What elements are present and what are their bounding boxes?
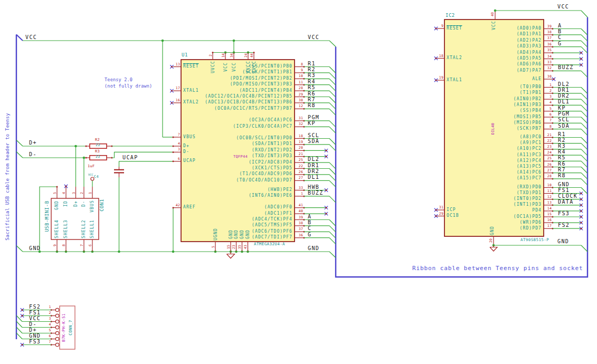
pin-end-dot — [581, 204, 582, 206]
net-label: R6 — [558, 161, 566, 167]
bus-entry-wire — [329, 103, 336, 109]
ic2-pin-number: 3 — [549, 95, 552, 99]
conn7-pin-number: 2 — [49, 311, 51, 315]
pin-end-dot — [435, 28, 437, 30]
usb-pin-number: 3 — [72, 192, 75, 194]
ucap-wire — [119, 161, 174, 167]
ic2-pin-number: 32 — [547, 66, 552, 70]
bus-entry-wire — [581, 123, 587, 129]
wire-layer — [0, 0, 597, 364]
dminus-net-label: D- — [29, 152, 37, 157]
u1-pin-number: 29 — [299, 93, 303, 97]
bus-entry-wire — [581, 167, 587, 174]
net-label: FS1 — [558, 188, 570, 193]
bus-entry-wire — [581, 41, 587, 47]
u1-pin-name: (ADC11/PCINT4)PB4 — [239, 89, 292, 93]
ic2-pin-number: 10 — [547, 184, 552, 187]
u1-pin-number: 40 — [299, 209, 303, 213]
bus-entry-wire — [329, 109, 336, 115]
bus-entry-wire — [581, 29, 587, 35]
net-label: BUZZ — [558, 65, 574, 70]
net-label: DR1 — [308, 163, 319, 168]
u1-pin-name: UCAP — [183, 159, 196, 163]
pin-end-dot — [171, 90, 173, 92]
u1-pin-number: 37 — [299, 227, 303, 231]
ic2-pin-number: 37 — [547, 36, 552, 40]
pin-end-dot — [581, 222, 582, 224]
ic2-pin-number: 39 — [547, 25, 552, 28]
dplus-net-label: D+ — [29, 140, 37, 146]
u1-pin-name: (OC3A/OC4A)PC6 — [249, 118, 292, 122]
ic2-pin-name: VCC — [492, 21, 496, 30]
r3-reference: R3 — [95, 150, 100, 154]
pin-end-dot — [171, 102, 173, 103]
net-label: KP — [558, 106, 566, 111]
bus-entry-wire — [581, 129, 587, 136]
bus-entry-wire — [329, 73, 336, 79]
ic2-pin-name: (T0)PB0 — [520, 85, 542, 89]
pin-end-dot — [326, 207, 327, 208]
bus-entry-wire — [581, 117, 587, 123]
pin-end-dot — [173, 137, 174, 138]
ic2-pin-name: ICP — [447, 208, 456, 212]
ic2-pin-number: 1 — [549, 83, 552, 87]
bus-entry-wire — [16, 327, 22, 333]
u1-pin-name: (PDO/MISO/PCINT3)PB3 — [230, 82, 292, 87]
usb-pin-number: 6 — [89, 244, 92, 246]
u1-pin-name: AREF — [183, 205, 196, 209]
ic2-reference: IC2 — [446, 13, 455, 18]
bus-entry-wire — [581, 138, 587, 144]
ic2-pin-number: 20 — [489, 238, 493, 243]
bus-entry-wire — [329, 127, 336, 133]
usb-pin-number: 1 — [89, 192, 92, 194]
u1-pin-name: (T0/OC4D/ADC10)PD7 — [236, 178, 293, 183]
net-label: R2 — [558, 138, 566, 143]
u1-pin-name: (SDA/INT1)PD1 — [252, 142, 292, 146]
net-label: R8 — [308, 103, 316, 108]
net-label: R6 — [308, 91, 316, 97]
pin-end-dot — [22, 309, 23, 311]
u1-pin-number: 26 — [299, 170, 303, 174]
note-teensy-line2: (not fully drawn) — [105, 84, 152, 89]
junction-dot — [162, 40, 164, 42]
ic2-pin-number: 22 — [547, 139, 552, 143]
ic2-pin-number: 23 — [547, 145, 552, 149]
bus-entry-wire — [329, 121, 336, 127]
ic2-pin-name: (AD3)PA3 — [517, 44, 542, 49]
net-label: D+ — [29, 328, 37, 333]
ic2-pin-name: (A11)PC3 — [517, 153, 542, 157]
u1-pin-number: 7 — [178, 133, 180, 137]
net-label: PGM — [308, 115, 319, 120]
net-label: GND — [558, 182, 570, 187]
ic2-pin-name: (RD)PD7 — [520, 226, 542, 231]
bus-entry-wire — [581, 11, 587, 17]
u1-pin-number: 19 — [299, 140, 303, 144]
bus-entry-wire — [16, 246, 23, 252]
ic2-pin-name: (AD0)PA0 — [517, 26, 542, 31]
u1-pin-number: 44 — [250, 53, 253, 58]
net-label: DR2 — [558, 93, 570, 99]
net-label: R4 — [558, 149, 566, 155]
pin-end-dot — [326, 150, 327, 151]
bus-entry-wire — [581, 245, 587, 252]
ic2-pin-name: (MISO)PB6 — [514, 121, 542, 125]
usb-pin-number: 5 — [53, 192, 57, 194]
bus-entry-wire — [581, 155, 587, 161]
bus-entry-wire — [329, 85, 336, 91]
ic2-pin-name: (A9)PC1 — [520, 141, 542, 145]
ic2-pin-number: 36 — [547, 43, 552, 46]
pin-end-dot — [326, 156, 327, 157]
net-label: D- — [29, 322, 37, 327]
pin-end-dot — [435, 80, 437, 81]
net-label: R5 — [308, 85, 316, 90]
bus-entry-wire — [581, 105, 587, 111]
net-label: SDA — [558, 123, 570, 129]
ic2-pin-name: (A12)PC4 — [517, 159, 542, 163]
u1-pin-number: 2 — [209, 54, 212, 56]
u1-pin-name: (T1/OC4D/ADC9)PD6 — [239, 172, 292, 176]
conn7-pin-circle — [55, 314, 59, 317]
net-label: DR1 — [558, 88, 570, 93]
net-label: A — [308, 214, 311, 219]
pin-end-dot — [581, 58, 582, 60]
conn7-pin-number: 3 — [49, 317, 51, 321]
